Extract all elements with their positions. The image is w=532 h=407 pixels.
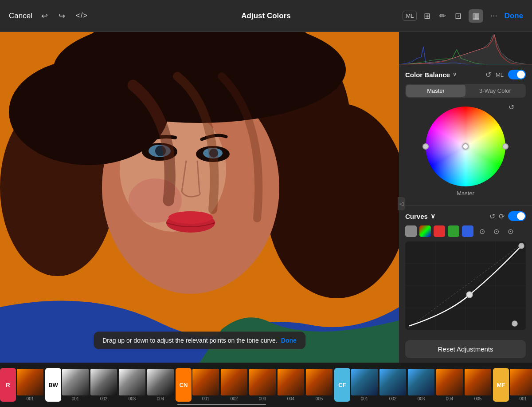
- film-thumb-bw-004[interactable]: 004: [146, 369, 175, 401]
- film-thumb-cn-003[interactable]: 003: [248, 369, 277, 401]
- scroll-indicator: [177, 404, 266, 405]
- color-balance-controls: ↺ ML: [485, 70, 526, 79]
- film-thumb-bw-003[interactable]: 003: [118, 369, 146, 401]
- channel-green-button[interactable]: [448, 225, 459, 237]
- color-wheel[interactable]: [426, 107, 505, 186]
- film-thumb-cn-005[interactable]: 005: [305, 369, 333, 401]
- film-thumb-bw-001[interactable]: 001: [61, 369, 90, 401]
- histogram-chart: [399, 32, 532, 64]
- histogram: [399, 32, 532, 64]
- film-thumb-cn-004[interactable]: 004: [277, 369, 305, 401]
- color-wheel-wrapper: ↺: [426, 107, 505, 186]
- curves-header: Curves ∨ ↺ ⟳: [405, 211, 526, 221]
- color-wheel-disc[interactable]: [426, 107, 505, 186]
- badge-cf[interactable]: CF: [334, 368, 350, 402]
- tooltip-text: Drag up or down to adjust the relevant p…: [102, 337, 278, 344]
- wheel-label: Master: [457, 190, 474, 197]
- color-balance-toggle[interactable]: [508, 70, 526, 79]
- curves-chevron: ∨: [430, 212, 435, 220]
- film-group-r: R 001: [0, 368, 44, 402]
- tooltip: Drag up or down to adjust the relevant p…: [94, 332, 305, 349]
- channel-buttons: ⊙ ⊙ ⊙: [405, 225, 526, 237]
- film-group-bw: BW 001 002 003 004: [45, 368, 175, 402]
- top-bar-left: Cancel ↩ ↪ </>: [9, 9, 89, 23]
- wheel-center-handle[interactable]: [462, 143, 469, 150]
- wheel-left-handle[interactable]: [422, 143, 429, 150]
- grid-button[interactable]: ⊞: [422, 9, 432, 23]
- crop-button[interactable]: ⊡: [453, 9, 463, 23]
- curve-graph[interactable]: [405, 241, 526, 330]
- curves-auto[interactable]: ⟳: [499, 212, 505, 221]
- channel-gray-button[interactable]: [405, 225, 417, 237]
- curves-toggle[interactable]: [508, 211, 526, 221]
- reset-adjustments-button[interactable]: Reset Adjustments: [405, 340, 526, 358]
- side-collapse-tab[interactable]: ◁: [398, 197, 405, 210]
- portrait-svg: [0, 32, 399, 363]
- curves-reset[interactable]: ↺: [489, 212, 495, 221]
- more-button[interactable]: ···: [489, 9, 499, 22]
- badge-r[interactable]: R: [0, 368, 16, 402]
- curves-controls: ↺ ⟳: [489, 211, 526, 221]
- badge-bw[interactable]: BW: [45, 368, 61, 402]
- panel-button[interactable]: ▦: [469, 9, 483, 23]
- top-bar-right: ML ⊞ ✏ ⊡ ▦ ··· Done: [403, 9, 523, 23]
- film-thumb-cf-004[interactable]: 004: [435, 369, 464, 401]
- eyedropper-white-button[interactable]: ⊙: [505, 225, 516, 237]
- tab-3way[interactable]: 3-Way Color: [466, 85, 525, 97]
- done-button[interactable]: Done: [505, 12, 524, 20]
- pen-button[interactable]: ✏: [438, 9, 448, 23]
- image-area: Drag up or down to adjust the relevant p…: [0, 32, 399, 363]
- tooltip-done-button[interactable]: Done: [281, 337, 297, 344]
- cancel-button[interactable]: Cancel: [9, 12, 32, 20]
- tab-master[interactable]: Master: [406, 85, 466, 97]
- page-title: Adjust Colors: [241, 12, 290, 20]
- filmstrip-row: R 001 BW 001 002 003 004: [0, 363, 532, 407]
- wheel-right-handle[interactable]: [502, 143, 509, 150]
- film-group-cf: CF 001 002 003 004 005: [334, 368, 492, 402]
- svg-point-26: [466, 292, 473, 298]
- film-thumb-cn-001[interactable]: 001: [192, 369, 220, 401]
- film-thumb-cn-002[interactable]: 002: [220, 369, 248, 401]
- color-balance-tabs: Master 3-Way Color: [405, 84, 526, 98]
- filmstrip: R 001 BW 001 002 003 004: [0, 363, 532, 407]
- undo-button[interactable]: ↩: [39, 9, 50, 23]
- channel-red-button[interactable]: [434, 225, 445, 237]
- svg-point-16: [9, 59, 168, 165]
- film-thumb-mf-001[interactable]: 001: [509, 369, 532, 401]
- color-wheel-container: ↺ Master: [405, 103, 526, 200]
- color-balance-reset[interactable]: ↺: [485, 71, 491, 79]
- film-thumb-cf-003[interactable]: 003: [407, 369, 435, 401]
- ml-button[interactable]: ML: [403, 11, 417, 21]
- color-balance-chevron: ∨: [453, 71, 457, 78]
- image-background: [0, 32, 399, 363]
- redo-button[interactable]: ↪: [57, 9, 67, 23]
- wheel-reset-button[interactable]: ↺: [509, 103, 514, 111]
- color-balance-header: Color Balance ∨ ↺ ML: [405, 70, 526, 79]
- film-thumb-cf-005[interactable]: 005: [464, 369, 492, 401]
- color-balance-section: Color Balance ∨ ↺ ML Master 3-Way Color: [399, 64, 532, 206]
- badge-mf[interactable]: MF: [493, 368, 509, 402]
- channel-multi-button[interactable]: [419, 225, 431, 237]
- curves-title[interactable]: Curves ∨: [405, 212, 435, 220]
- side-panel: Color Balance ∨ ↺ ML Master 3-Way Color: [399, 32, 532, 363]
- color-balance-title[interactable]: Color Balance ∨: [405, 71, 457, 79]
- curves-section: Curves ∨ ↺ ⟳ ⊙ ⊙ ⊙: [399, 206, 532, 336]
- code-button[interactable]: </>: [74, 9, 89, 22]
- svg-point-14: [168, 211, 213, 224]
- film-thumb-cf-002[interactable]: 002: [379, 369, 407, 401]
- channel-blue-button[interactable]: [462, 225, 473, 237]
- film-group-cn: CN 001 002 003 004 005: [176, 368, 333, 402]
- film-group-mf: MF 001 002 003 004: [493, 368, 532, 402]
- film-thumb-r-001[interactable]: 001: [16, 369, 44, 401]
- badge-cn[interactable]: CN: [176, 368, 192, 402]
- eyedropper-black-button[interactable]: ⊙: [476, 225, 488, 237]
- curve-svg: [405, 241, 526, 330]
- svg-point-27: [519, 243, 524, 249]
- film-thumb-cf-001[interactable]: 001: [350, 369, 379, 401]
- film-thumb-bw-002[interactable]: 002: [90, 369, 118, 401]
- eyedropper-gray-button[interactable]: ⊙: [490, 225, 502, 237]
- svg-point-28: [512, 321, 517, 326]
- top-bar: Cancel ↩ ↪ </> Adjust Colors ML ⊞ ✏ ⊡ ▦ …: [0, 0, 532, 32]
